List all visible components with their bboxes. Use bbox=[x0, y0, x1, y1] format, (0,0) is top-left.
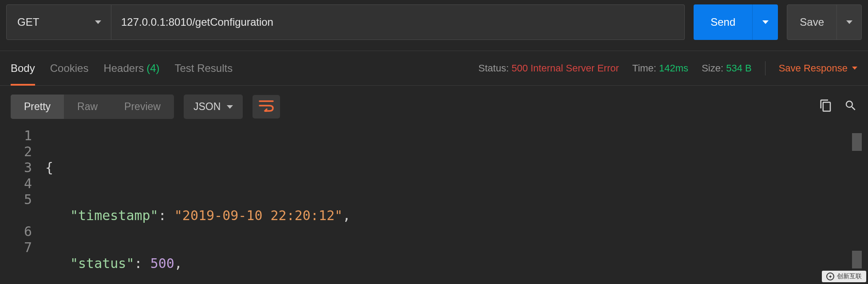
separator bbox=[765, 61, 765, 75]
scrollbar-thumb[interactable] bbox=[852, 251, 862, 268]
size-value: 534 B bbox=[726, 63, 752, 74]
http-method-value: GET bbox=[17, 16, 39, 28]
status-value: 500 Internal Server Error bbox=[512, 63, 619, 74]
watermark: ✦ 创新互联 bbox=[822, 271, 866, 282]
chevron-down-icon bbox=[227, 105, 233, 109]
url-input[interactable] bbox=[111, 4, 685, 40]
search-button[interactable] bbox=[844, 99, 857, 114]
copy-button[interactable] bbox=[819, 99, 832, 114]
tab-headers[interactable]: Headers (4) bbox=[103, 51, 159, 85]
format-select[interactable]: JSON bbox=[184, 95, 243, 119]
response-body[interactable]: { "timestamp": "2019-09-10 22:20:12", "s… bbox=[45, 128, 862, 284]
search-icon bbox=[844, 99, 857, 112]
send-button-label: Send bbox=[694, 16, 752, 28]
view-mode-segment: Pretty Raw Preview bbox=[11, 95, 174, 119]
view-raw[interactable]: Raw bbox=[64, 95, 111, 119]
send-dropdown-toggle[interactable] bbox=[752, 4, 778, 40]
save-dropdown-toggle[interactable] bbox=[836, 5, 861, 39]
tab-body[interactable]: Body bbox=[11, 51, 35, 85]
headers-count: (4) bbox=[146, 62, 159, 75]
tab-test-results[interactable]: Test Results bbox=[174, 51, 233, 85]
size-label: Size: bbox=[702, 63, 723, 74]
view-pretty[interactable]: Pretty bbox=[11, 95, 64, 119]
format-value: JSON bbox=[193, 101, 221, 113]
chevron-down-icon bbox=[762, 20, 769, 24]
save-response-button[interactable]: Save Response bbox=[779, 63, 857, 74]
time-value: 142ms bbox=[659, 63, 688, 74]
scrollbar-thumb[interactable] bbox=[852, 133, 862, 151]
chevron-down-icon bbox=[846, 20, 852, 24]
chevron-down-icon bbox=[95, 20, 101, 24]
wrap-icon bbox=[259, 99, 274, 112]
chevron-down-icon bbox=[852, 67, 857, 70]
http-method-select[interactable]: GET bbox=[6, 4, 111, 40]
time-label: Time: bbox=[632, 63, 656, 74]
line-gutter: 1 2 3 4 5 6 7 bbox=[6, 128, 45, 284]
save-button[interactable]: Save bbox=[787, 4, 862, 40]
status-label: Status: bbox=[478, 63, 509, 74]
save-button-label: Save bbox=[787, 16, 836, 28]
send-button[interactable]: Send bbox=[694, 4, 778, 40]
copy-icon bbox=[819, 99, 832, 112]
tab-cookies[interactable]: Cookies bbox=[50, 51, 89, 85]
wrap-lines-button[interactable] bbox=[253, 95, 280, 118]
view-preview[interactable]: Preview bbox=[111, 95, 174, 119]
